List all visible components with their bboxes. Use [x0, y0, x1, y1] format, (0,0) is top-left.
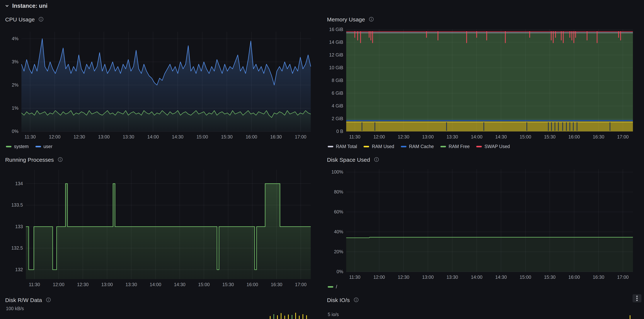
info-icon[interactable] — [58, 157, 63, 162]
legend-label: SWAP Used — [484, 144, 510, 149]
svg-text:13:30: 13:30 — [123, 134, 134, 139]
svg-text:13:00: 13:00 — [422, 134, 434, 139]
disk-rw-data-chart[interactable]: 100 kB/s — [5, 305, 317, 319]
svg-text:12:00: 12:00 — [53, 282, 64, 287]
svg-text:11:30: 11:30 — [349, 134, 360, 139]
svg-text:11:30: 11:30 — [24, 134, 36, 139]
svg-text:14:00: 14:00 — [471, 134, 482, 139]
legend-item-user[interactable]: user — [35, 144, 52, 149]
svg-text:132.5: 132.5 — [11, 245, 23, 251]
legend-label: user — [44, 144, 52, 149]
svg-text:15:30: 15:30 — [544, 275, 556, 280]
running-processes-chart[interactable]: 132132.5133133.513411:3012:0012:3013:001… — [5, 165, 317, 293]
panel-header[interactable]: Disk Space Used — [327, 154, 639, 165]
panel-row-3: Disk R/W Data 100 kB/s Disk IO/s 5 io/s — [0, 293, 644, 319]
panel-header[interactable]: CPU Usage — [5, 14, 317, 24]
legend-color-marker — [328, 286, 333, 288]
svg-text:16:00: 16:00 — [247, 282, 258, 287]
legend-color-marker — [6, 146, 12, 147]
svg-text:16:30: 16:30 — [593, 275, 604, 280]
panel-row-2: Running Processes 132132.5133133.513411:… — [0, 152, 644, 293]
disk-space-legend: / — [327, 281, 639, 293]
panel-header[interactable]: Running Processes — [5, 154, 317, 165]
svg-text:80%: 80% — [334, 189, 343, 194]
info-icon[interactable] — [374, 157, 379, 162]
svg-text:15:00: 15:00 — [520, 275, 531, 280]
svg-text:133: 133 — [15, 224, 23, 229]
svg-text:8 GiB: 8 GiB — [332, 78, 343, 83]
svg-text:11:30: 11:30 — [29, 282, 40, 287]
panel-header[interactable]: Memory Usage — [327, 14, 639, 24]
disk-space-used-chart[interactable]: 0%20%40%60%80%100%11:3012:0012:3013:0013… — [327, 165, 639, 281]
svg-text:17:00: 17:00 — [617, 134, 629, 139]
legend-color-marker — [35, 146, 41, 147]
svg-text:14 GiB: 14 GiB — [329, 39, 343, 45]
svg-text:14:00: 14:00 — [471, 275, 482, 280]
panel-cpu-usage: CPU Usage 0%1%2%3%4%11:3012:0012:3013:00… — [0, 12, 322, 152]
row-title: Instance: uni — [12, 2, 48, 9]
row-header-instance[interactable]: Instance: uni — [0, 0, 644, 12]
svg-text:10 GiB: 10 GiB — [329, 65, 343, 70]
svg-text:13:00: 13:00 — [422, 275, 434, 280]
svg-text:13:00: 13:00 — [101, 282, 113, 287]
legend-label: system — [14, 144, 29, 149]
svg-text:15:00: 15:00 — [520, 134, 531, 139]
svg-text:12:00: 12:00 — [49, 134, 60, 139]
svg-text:100%: 100% — [332, 169, 343, 174]
legend-item--[interactable]: / — [328, 284, 337, 290]
panel-header[interactable]: Disk R/W Data — [5, 295, 317, 305]
svg-text:15:30: 15:30 — [221, 134, 233, 139]
disk-io-chart[interactable]: 5 io/s — [327, 305, 639, 319]
svg-text:1%: 1% — [12, 105, 18, 111]
legend-label: RAM Total — [336, 144, 357, 149]
legend-item-swap-used[interactable]: SWAP Used — [476, 144, 510, 149]
svg-text:20%: 20% — [334, 249, 343, 254]
svg-text:13:00: 13:00 — [98, 134, 110, 139]
svg-text:15:30: 15:30 — [544, 134, 556, 139]
svg-text:12:30: 12:30 — [398, 134, 410, 139]
panel-header[interactable]: Disk IO/s — [327, 295, 639, 305]
svg-text:16:30: 16:30 — [270, 134, 282, 139]
panel-menu-kebab-icon[interactable] — [632, 294, 642, 302]
svg-text:14:30: 14:30 — [172, 134, 184, 139]
panel-title: Disk Space Used — [327, 156, 370, 163]
panel-row-1: CPU Usage 0%1%2%3%4%11:3012:0012:3013:00… — [0, 12, 644, 152]
svg-text:12:30: 12:30 — [74, 134, 85, 139]
legend-item-ram-used[interactable]: RAM Used — [364, 144, 394, 149]
svg-text:16:30: 16:30 — [271, 282, 282, 287]
svg-text:14:00: 14:00 — [150, 282, 161, 287]
svg-text:12 GiB: 12 GiB — [329, 52, 343, 57]
panel-title: Disk IO/s — [327, 297, 350, 303]
svg-text:14:30: 14:30 — [495, 134, 507, 139]
info-icon[interactable] — [369, 17, 374, 22]
info-icon[interactable] — [354, 297, 359, 302]
panel-memory-usage: Memory Usage 0 B2 GiB4 GiB6 GiB8 GiB10 G… — [322, 12, 644, 152]
svg-text:13:30: 13:30 — [446, 275, 458, 280]
legend-item-ram-cache[interactable]: RAM Cache — [401, 144, 434, 149]
svg-text:17:00: 17:00 — [617, 275, 629, 280]
svg-text:60%: 60% — [334, 209, 343, 214]
panel-running-processes: Running Processes 132132.5133133.513411:… — [0, 152, 322, 293]
legend-item-system[interactable]: system — [6, 144, 29, 149]
legend-label: RAM Free — [449, 144, 470, 149]
legend-item-ram-free[interactable]: RAM Free — [440, 144, 470, 149]
legend-item-ram-total[interactable]: RAM Total — [328, 144, 357, 149]
svg-text:5 io/s: 5 io/s — [328, 312, 339, 317]
cpu-usage-chart[interactable]: 0%1%2%3%4%11:3012:0012:3013:0013:3014:00… — [5, 24, 317, 141]
legend-color-marker — [328, 146, 333, 147]
memory-usage-chart[interactable]: 0 B2 GiB4 GiB6 GiB8 GiB10 GiB12 GiB14 Gi… — [327, 24, 639, 141]
svg-text:12:30: 12:30 — [77, 282, 89, 287]
legend-color-marker — [364, 146, 369, 147]
info-icon[interactable] — [46, 297, 51, 302]
panel-title: Disk R/W Data — [5, 297, 42, 303]
svg-text:100 kB/s: 100 kB/s — [6, 306, 24, 311]
panel-title: Memory Usage — [327, 16, 365, 22]
svg-text:0%: 0% — [336, 269, 343, 274]
grafana-dashboard: Instance: uni CPU Usage 0%1%2%3%4%11:301… — [0, 0, 644, 319]
svg-text:16:00: 16:00 — [568, 275, 580, 280]
panel-title: Running Processes — [5, 156, 54, 163]
legend-color-marker — [401, 146, 406, 147]
svg-text:0 B: 0 B — [336, 129, 343, 134]
info-icon[interactable] — [38, 17, 44, 22]
svg-text:2%: 2% — [12, 82, 18, 87]
